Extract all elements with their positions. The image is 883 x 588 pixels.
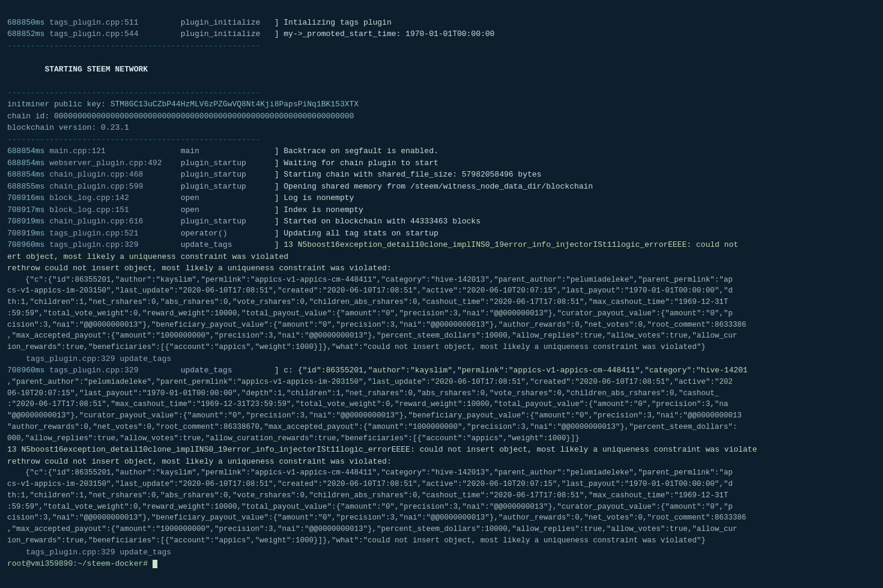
- terminal-line: tags_plugin.cpp:329 update_tags: [7, 547, 876, 559]
- terminal-line: rethrow could not insert object, most li…: [7, 262, 876, 274]
- terminal-line: ,"parent_author":"pelumiadeleke","parent…: [7, 377, 876, 388]
- terminal-line: :59:59","total_vote_weight":0,"reward_we…: [7, 308, 876, 320]
- terminal-line: 708919ms tags_plugin.cpp:521 operator() …: [7, 228, 876, 240]
- terminal-line: root@vmi359890:~/steem-docker#: [7, 558, 876, 570]
- terminal-line: ion_rewards":true,"beneficiaries":[{"acc…: [7, 535, 876, 547]
- terminal-line: th:1,"children":1,"net_rshares":0,"abs_r…: [7, 490, 876, 502]
- terminal-line: 708916ms block_log.cpp:142 open ] Log is…: [7, 192, 876, 204]
- terminal-line: cs-v1-appics-im-203150","last_update":"2…: [7, 285, 876, 297]
- terminal-line: STARTING STEEM NETWORK: [7, 64, 876, 76]
- terminal-line: tags_plugin.cpp:329 update_tags: [7, 353, 876, 365]
- terminal-line: ----------------------------------------…: [7, 134, 876, 146]
- terminal-line: 688855ms chain_plugin.cpp:599 plugin_sta…: [7, 181, 876, 193]
- terminal-line: ----------------------------------------…: [7, 40, 876, 52]
- terminal-line: ,"max_accepted_payout":{"amount":"100000…: [7, 524, 876, 535]
- terminal-window[interactable]: 688850ms tags_plugin.cpp:511 plugin_init…: [0, 0, 883, 588]
- terminal-line: rethrow could not insert object, most li…: [7, 456, 876, 468]
- terminal-line: "@@0000000013"},"curator_payout_value":{…: [7, 410, 876, 422]
- terminal-line: :59:59","total_vote_weight":0,"reward_we…: [7, 502, 876, 513]
- terminal-line: 000,"allow_replies":true,"allow_votes":t…: [7, 433, 876, 444]
- terminal-line: 708919ms chain_plugin.cpp:616 plugin_sta…: [7, 216, 876, 228]
- terminal-line: 06-10T20:07:15","last_payout":"1970-01-0…: [7, 388, 876, 399]
- terminal-line: 708960ms tags_plugin.cpp:329 update_tags…: [7, 239, 876, 251]
- terminal-line: 708960ms tags_plugin.cpp:329 update_tags…: [7, 365, 876, 377]
- terminal-line: 688850ms tags_plugin.cpp:511 plugin_init…: [7, 17, 876, 29]
- terminal-line: [7, 75, 876, 87]
- terminal-line: ----------------------------------------…: [7, 87, 876, 99]
- terminal-line: blockchain version: 0.23.1: [7, 122, 876, 134]
- terminal-line: 688854ms main.cpp:121 main ] Backtrace o…: [7, 145, 876, 157]
- terminal-line: ert object, most likely a uniqueness con…: [7, 251, 876, 263]
- terminal-line: {"c":{"id":86355201,"author":"kayslim","…: [7, 467, 876, 479]
- terminal-line: 13 N5boost16exception_detail10clone_impl…: [7, 444, 876, 456]
- terminal-line: ion_rewards":true,"beneficiaries":[{"acc…: [7, 342, 876, 353]
- terminal-line: {"c":{"id":86355201,"author":"kayslim","…: [7, 274, 876, 286]
- terminal-line: 688854ms webserver_plugin.cpp:492 plugin…: [7, 157, 876, 169]
- terminal-line: cision":3,"nai":"@@0000000013"},"benefic…: [7, 320, 876, 331]
- terminal-line: cs-v1-appics-im-203150","last_update":"2…: [7, 479, 876, 490]
- terminal-line: th:1,"children":1,"net_rshares":0,"abs_r…: [7, 297, 876, 308]
- terminal-line: 708917ms block_log.cpp:151 open ] Index …: [7, 204, 876, 216]
- terminal-line: [7, 52, 876, 64]
- terminal-line: ,"max_accepted_payout":{"amount":"100000…: [7, 330, 876, 342]
- terminal-line: initminer public key: STM8GC13uCZbP44HzM…: [7, 99, 876, 111]
- terminal-line: "author_rewards":0,"net_votes":0,"root_c…: [7, 422, 876, 433]
- terminal-line: chain id: 000000000000000000000000000000…: [7, 111, 876, 123]
- terminal-line: cision":3,"nai":"@@0000000013"},"benefic…: [7, 512, 876, 524]
- terminal-line: 688854ms chain_plugin.cpp:468 plugin_sta…: [7, 169, 876, 181]
- terminal-line: :"2020-06-17T17:08:51","max_cashout_time…: [7, 399, 876, 410]
- terminal-line: 688852ms tags_plugin.cpp:544 plugin_init…: [7, 28, 876, 40]
